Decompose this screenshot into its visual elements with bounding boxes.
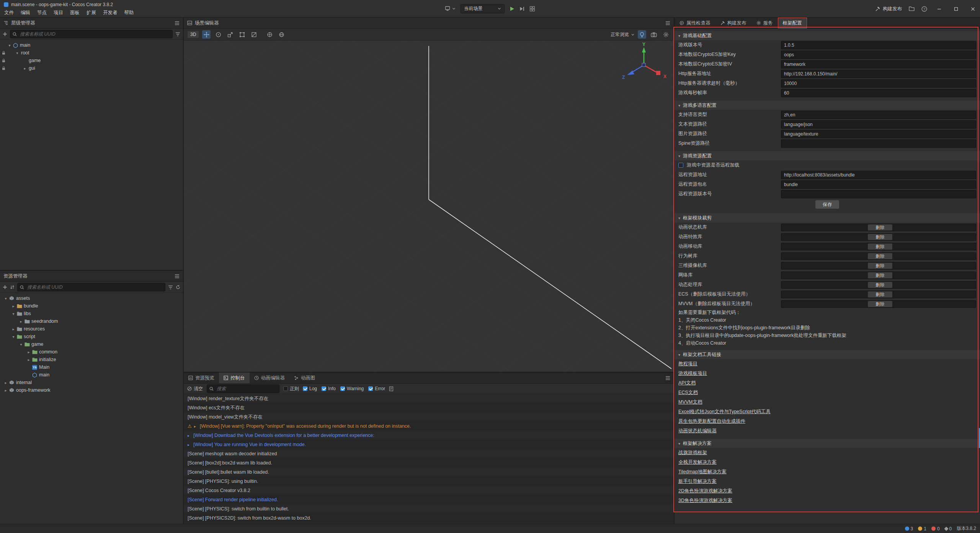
menu-item[interactable]: 面板 <box>67 9 83 17</box>
log-row[interactable]: ▸[Window] Download the Vue Devtools exte… <box>184 431 674 440</box>
camera-settings-icon[interactable] <box>650 30 658 39</box>
log-filter-info[interactable]: Info <box>322 386 336 391</box>
scene-viewport[interactable]: Y X Z <box>184 41 674 372</box>
light-toggle-icon[interactable] <box>638 30 646 39</box>
scene-select[interactable]: 当前场景 <box>461 4 505 13</box>
section-header[interactable]: ▾游戏多语言配置 <box>675 101 980 110</box>
solution-link[interactable]: 3D角色扮演游戏解决方案 <box>678 497 732 504</box>
menu-item[interactable]: 项目 <box>50 9 67 17</box>
error-count[interactable]: 0 <box>931 526 940 531</box>
tree-node[interactable]: ▸gui <box>0 64 183 72</box>
tree-node[interactable]: ▾main <box>0 41 183 49</box>
inspector-tab-1[interactable]: 属性检查器 <box>675 18 715 28</box>
tree-node[interactable]: ▸common <box>0 348 183 356</box>
tree-node[interactable]: ▸internal <box>0 379 183 386</box>
console-tab[interactable]: 控制台 <box>219 373 250 383</box>
tree-node[interactable]: main <box>0 371 183 379</box>
refresh-icon[interactable] <box>176 285 180 289</box>
menu-item[interactable]: 编辑 <box>17 9 34 17</box>
pivot-toggle-icon[interactable] <box>265 30 274 39</box>
doc-link[interactable]: ECS文档 <box>678 389 698 396</box>
log-row[interactable]: [Scene] [PHYSICS]: switch from builtin t… <box>184 504 674 513</box>
solution-link[interactable]: 全栈开发解决方案 <box>678 459 717 466</box>
field-input[interactable]: http://192.168.0.150/main/ <box>781 70 976 78</box>
chevron-right-icon[interactable]: ▸ <box>18 319 24 324</box>
doc-link[interactable]: 原生包热更新配置自动生成插件 <box>678 418 745 425</box>
delete-button[interactable]: 删除 <box>868 291 892 298</box>
tree-node[interactable]: ▸resources <box>0 325 183 333</box>
delete-button[interactable]: 删除 <box>868 263 892 269</box>
tree-node[interactable]: ▾script <box>0 333 183 340</box>
solution-link[interactable]: 新手引导解决方案 <box>678 478 717 485</box>
axis-gizmo[interactable]: Y X Z <box>615 42 673 88</box>
rotate-tool-icon[interactable] <box>214 30 222 39</box>
chevron-right-icon[interactable]: ▸ <box>3 388 8 392</box>
log-filter-warning[interactable]: Warning <box>340 386 364 391</box>
doc-link[interactable]: 教程项目 <box>678 361 697 367</box>
panel-menu-icon[interactable] <box>175 21 180 25</box>
menu-item[interactable]: 帮助 <box>121 9 137 17</box>
delete-button[interactable]: 删除 <box>868 272 892 278</box>
chevron-down-icon[interactable]: ▾ <box>11 312 16 316</box>
help-icon[interactable]: ? <box>921 6 927 12</box>
log-filter-log[interactable]: Log <box>303 386 317 391</box>
delete-button[interactable]: 删除 <box>868 253 892 259</box>
move-tool-icon[interactable] <box>202 30 211 39</box>
log-row[interactable]: [Scene] Forward render pipeline initiali… <box>184 495 674 504</box>
warning-count[interactable]: 1 <box>918 526 926 531</box>
info-count[interactable]: 3 <box>905 526 913 531</box>
chevron-down-icon[interactable]: ▾ <box>7 43 12 47</box>
chevron-down-icon[interactable]: ▾ <box>15 51 20 55</box>
close-button[interactable] <box>968 4 978 14</box>
solution-link[interactable]: 2D角色扮演游戏解决方案 <box>678 488 732 494</box>
field-input[interactable]: framework <box>781 60 976 69</box>
panel-menu-icon[interactable] <box>175 274 180 278</box>
section-header[interactable]: ▾框架解决方案 <box>675 439 980 448</box>
log-row[interactable]: [Scene] [bullet]:bullet wasm lib loaded. <box>184 468 674 477</box>
preview-platform-select[interactable] <box>445 6 456 11</box>
inspector-tab-3[interactable]: 服务 <box>751 18 778 28</box>
chevron-down-icon[interactable]: ▾ <box>18 342 24 347</box>
log-row[interactable]: [Scene] meshopt wasm decoder initialized <box>184 449 674 458</box>
field-input[interactable]: oops <box>781 51 976 59</box>
log-settings-icon[interactable] <box>389 386 394 391</box>
assets-filter-icon[interactable] <box>168 285 173 289</box>
chevron-right-icon[interactable]: ▸ <box>22 66 28 70</box>
doc-link[interactable]: API文档 <box>678 380 696 386</box>
tree-node[interactable]: ▸bundle <box>0 302 183 310</box>
log-filter-error[interactable]: Error <box>368 386 385 391</box>
chevron-down-icon[interactable]: ▾ <box>3 296 8 301</box>
scale-tool-icon[interactable] <box>226 30 234 39</box>
save-button[interactable]: 保存 <box>815 200 839 209</box>
console-search-input[interactable] <box>216 386 277 392</box>
tree-node[interactable]: ▸initialize <box>0 356 183 363</box>
chevron-right-icon[interactable]: ▸ <box>194 424 200 428</box>
hierarchy-search-input[interactable] <box>19 31 170 37</box>
tree-node[interactable]: ▸seedrandom <box>0 317 183 325</box>
tree-node[interactable]: ▾libs <box>0 310 183 317</box>
solution-link[interactable]: Tiledmap地图解决方案 <box>678 469 727 475</box>
console-tab[interactable]: 资源预览 <box>184 373 219 383</box>
checkbox-icon[interactable] <box>340 386 345 391</box>
chevron-right-icon[interactable]: ▸ <box>3 381 8 385</box>
log-row[interactable]: [Window] render_texture文件夹不存在 <box>184 394 674 403</box>
log-row[interactable]: ⚠▸[Window] [Vue warn]: Property "onInput… <box>184 422 674 431</box>
doc-link[interactable]: MVVM文档 <box>678 399 702 405</box>
assets-search-input[interactable] <box>26 284 163 290</box>
play-button[interactable] <box>510 6 515 11</box>
regex-checkbox[interactable] <box>283 386 288 391</box>
field-input[interactable]: 60 <box>781 89 976 97</box>
chevron-right-icon[interactable]: ▸ <box>26 358 31 362</box>
solution-link[interactable]: 战旗游戏框架 <box>678 450 707 456</box>
console-tab[interactable]: 动画图 <box>289 373 320 383</box>
add-asset-button[interactable] <box>3 285 7 289</box>
chevron-right-icon[interactable]: ▸ <box>11 327 16 331</box>
log-row[interactable]: [Scene] [box2d]:box2d wasm lib loaded. <box>184 458 674 468</box>
lock-icon[interactable] <box>2 51 5 55</box>
log-row[interactable]: [Scene] Cocos Creator v3.8.2 <box>184 486 674 495</box>
field-input[interactable] <box>781 139 976 148</box>
section-header[interactable]: ▾框架文档工具链接 <box>675 350 980 359</box>
chevron-right-icon[interactable]: ▸ <box>188 433 193 438</box>
delete-button[interactable]: 删除 <box>868 234 892 240</box>
layout-grid-icon[interactable] <box>530 6 535 11</box>
